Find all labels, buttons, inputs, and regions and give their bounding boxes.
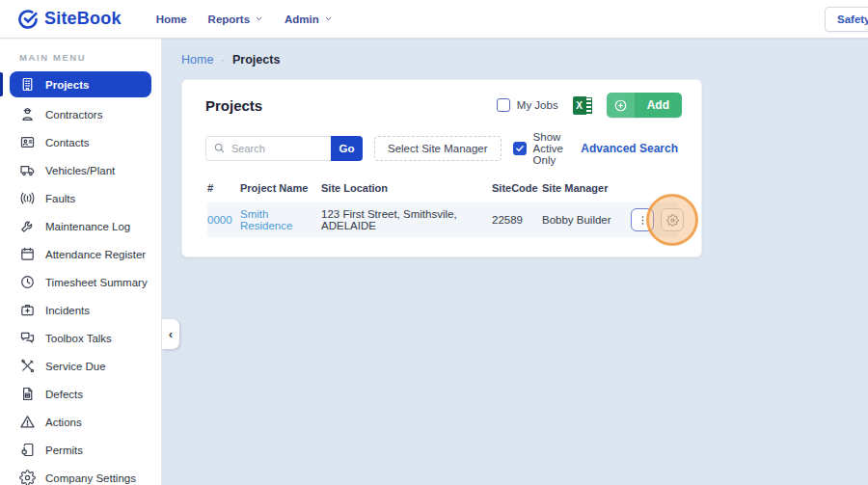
breadcrumb-separator: · (221, 54, 225, 66)
sidebar-item-company-settings[interactable]: Company Settings (0, 464, 161, 485)
fault-alert-icon (19, 190, 36, 206)
nav-home[interactable]: Home (156, 8, 187, 31)
sidebar-item-label: Incidents (45, 305, 90, 316)
show-active-only-label: Show Active Only (533, 131, 570, 166)
calendar-icon (19, 246, 36, 262)
sidebar-item-label: Company Settings (45, 472, 136, 484)
tools-icon (19, 358, 36, 374)
chat-bubbles-icon (19, 330, 36, 346)
sidebar-item-label: Service Due (45, 361, 106, 372)
row-settings-button[interactable] (661, 208, 684, 231)
filter-row: Go Select Site Manager Show Active Only … (205, 131, 678, 166)
sidebar-item-actions[interactable]: Actions (0, 408, 161, 436)
breadcrumb: Home · Projects (163, 39, 868, 67)
first-aid-icon (19, 302, 36, 318)
truck-icon (19, 162, 36, 178)
excel-export-icon[interactable]: X (573, 96, 592, 115)
header-project-name: Project Name (240, 182, 321, 194)
safety-docs-button[interactable]: Safety D (825, 7, 868, 32)
select-site-manager-button[interactable]: Select Site Manager (374, 136, 502, 161)
search-icon (213, 142, 226, 154)
add-button[interactable]: Add (607, 93, 682, 118)
sidebar-item-incidents[interactable]: Incidents (0, 296, 161, 324)
circle-plus-icon (607, 93, 635, 118)
sidebar-item-label: Attendance Register (45, 249, 146, 260)
sidebar-item-label: Contacts (45, 137, 89, 148)
checkbox-checked[interactable] (513, 142, 527, 155)
my-jobs-label: My Jobs (517, 99, 558, 111)
header-id: # (207, 182, 240, 194)
wrench-icon (19, 218, 36, 234)
sidebar-item-service-due[interactable]: Service Due (0, 352, 161, 380)
person-icon (19, 106, 36, 122)
sidebar-item-contacts[interactable]: Contacts (0, 128, 161, 156)
contact-card-icon (19, 134, 36, 150)
table-header-row: # Project Name Site Location SiteCode Si… (207, 182, 678, 194)
top-navigation: Home Reports Admin (135, 8, 333, 31)
show-active-only-checkbox[interactable]: Show Active Only (513, 131, 570, 166)
projects-table: # Project Name Site Location SiteCode Si… (207, 182, 678, 237)
gear-icon (19, 470, 36, 485)
table-row: 0000 Smith Residence 123 First Street, S… (207, 202, 678, 237)
nav-admin[interactable]: Admin (285, 8, 333, 31)
my-jobs-checkbox[interactable]: My Jobs (497, 98, 558, 112)
site-code-cell: 22589 (492, 214, 542, 226)
sidebar-item-label: Permits (45, 445, 83, 456)
sidebar-item-label: Faults (45, 193, 75, 204)
projects-card: Projects My Jobs X Add (181, 79, 702, 257)
sidebar-item-label: Vehicles/Plant (45, 165, 115, 176)
go-button[interactable]: Go (331, 136, 363, 161)
sidebar-item-toolbox-talks[interactable]: Toolbox Talks (0, 324, 161, 352)
document-x-icon (19, 386, 36, 402)
sidebar-item-label: Contractors (45, 109, 102, 121)
nav-reports[interactable]: Reports (208, 8, 263, 31)
topbar: SiteBook Home Reports Admin Safety D (0, 0, 868, 39)
add-button-label: Add (635, 93, 682, 118)
row-actions (631, 208, 691, 231)
sidebar-item-faults[interactable]: Faults (0, 184, 161, 212)
chevron-down-icon (324, 15, 333, 22)
site-location-cell: 123 First Street, Smithsvile, ADELAIDE (321, 208, 492, 231)
sidebar-item-label: Defects (45, 389, 83, 400)
sidebar-item-label: Projects (45, 79, 89, 91)
chevron-left-icon: ‹ (169, 327, 173, 341)
header-site-location: Site Location (321, 182, 492, 194)
logo-circle-check-icon (17, 9, 39, 30)
advanced-search-link[interactable]: Advanced Search (581, 142, 678, 155)
sidebar-item-defects[interactable]: Defects (0, 380, 161, 408)
sidebar: MAIN MENU Projects Contractors Contacts (0, 39, 162, 485)
breadcrumb-current: Projects (232, 53, 280, 67)
header-site-code: SiteCode (492, 182, 542, 194)
sidebar-item-label: Timesheet Summary (45, 277, 148, 288)
more-options-button[interactable] (631, 208, 654, 231)
sidebar-item-attendance-register[interactable]: Attendance Register (0, 240, 161, 268)
sidebar-item-maintenance-log[interactable]: Maintenance Log (0, 212, 161, 240)
sidebar-item-label: Toolbox Talks (45, 333, 112, 344)
logo-text: SiteBook (44, 9, 122, 29)
main-content: Home · Projects Projects My Jobs X (163, 39, 868, 485)
sidebar-item-label: Actions (45, 417, 82, 428)
project-name-link[interactable]: Smith Residence (240, 208, 321, 231)
building-icon (19, 76, 36, 93)
sidebar-item-contractors[interactable]: Contractors (0, 100, 161, 128)
warning-triangle-icon (19, 414, 36, 430)
sidebar-collapse-button[interactable]: ‹ (162, 319, 179, 349)
sitebook-logo[interactable]: SiteBook (17, 9, 122, 30)
header-site-manager: Site Manager (542, 182, 631, 194)
clock-icon (19, 274, 36, 290)
sidebar-item-vehicles-plant[interactable]: Vehicles/Plant (0, 156, 161, 184)
main-menu-label: MAIN MENU (0, 39, 161, 71)
project-id-link[interactable]: 0000 (207, 214, 240, 226)
card-header: Projects My Jobs X Add (182, 80, 701, 121)
breadcrumb-home-link[interactable]: Home (181, 53, 213, 67)
site-manager-cell: Bobby Builder (542, 214, 631, 226)
sidebar-item-projects[interactable]: Projects (10, 71, 151, 97)
page-title: Projects (205, 97, 262, 114)
chevron-down-icon (255, 15, 263, 22)
sidebar-item-timesheet-summary[interactable]: Timesheet Summary (0, 268, 161, 296)
permit-document-icon (19, 442, 36, 458)
sidebar-item-label: Maintenance Log (45, 221, 130, 232)
sidebar-item-permits[interactable]: Permits (0, 436, 161, 464)
checkbox-unchecked[interactable] (497, 98, 510, 112)
